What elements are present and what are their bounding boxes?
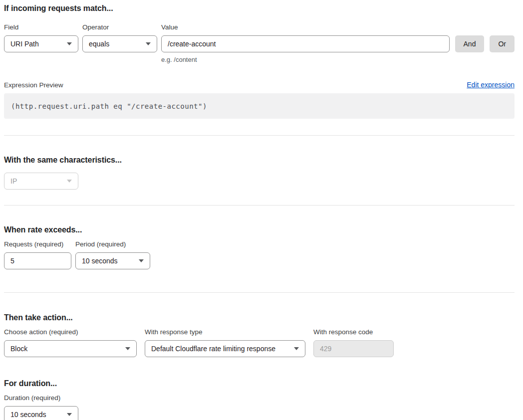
response-code-input [313,340,394,357]
value-label: Value [161,23,450,31]
field-label: Field [4,23,78,31]
chevron-down-icon [146,42,151,45]
section-divider [4,292,515,293]
section-divider [4,205,515,206]
period-dropdown[interactable]: 10 seconds [75,252,150,269]
logic-buttons: And Or [455,23,515,52]
edit-expression-link[interactable]: Edit expression [467,81,515,89]
response-type-dropdown[interactable]: Default Cloudflare rate limiting respons… [145,340,305,357]
chevron-down-icon [125,347,130,350]
chevron-down-icon [67,180,72,183]
and-button[interactable]: And [455,35,485,52]
expression-preview-code: (http.request.uri.path eq "/create-accou… [4,93,515,119]
operator-label: Operator [82,23,157,31]
duration-label: Duration (required) [4,394,78,402]
operator-dropdown[interactable]: equals [82,35,157,52]
characteristic-dropdown-value: IP [10,177,17,185]
chevron-down-icon [294,347,299,350]
chevron-down-icon [67,413,72,416]
duration-dropdown-value: 10 seconds [10,411,46,419]
characteristics-section-heading: With the same characteristics... [4,155,515,165]
expression-preview-label: Expression Preview [4,81,63,89]
value-hint: e.g. /content [161,56,450,64]
action-dropdown[interactable]: Block [4,340,137,357]
value-input[interactable] [161,35,450,52]
match-section-heading: If incoming requests match... [4,3,515,13]
field-dropdown[interactable]: URI Path [4,35,78,52]
section-divider [4,135,515,136]
action-dropdown-value: Block [10,345,27,353]
match-condition-row: Field URI Path Operator equals Value e.g… [4,23,515,64]
period-label: Period (required) [75,240,150,248]
characteristic-dropdown: IP [4,173,78,190]
duration-section-heading: For duration... [4,379,515,388]
period-dropdown-value: 10 seconds [82,257,118,265]
response-code-label: With response code [313,328,394,336]
expression-text: (http.request.uri.path eq "/create-accou… [11,102,207,110]
response-type-dropdown-value: Default Cloudflare rate limiting respons… [151,345,275,353]
requests-label: Requests (required) [4,240,71,248]
rate-limiting-rule-form: If incoming requests match... Field URI … [0,0,523,420]
rate-section-heading: When rate exceeds... [4,225,515,234]
or-button[interactable]: Or [490,35,515,52]
choose-action-label: Choose action (required) [4,328,137,336]
field-dropdown-value: URI Path [10,40,39,48]
operator-dropdown-value: equals [89,40,109,48]
response-type-label: With response type [145,328,305,336]
action-section-heading: Then take action... [4,313,515,322]
chevron-down-icon [139,259,144,262]
requests-input[interactable] [4,252,71,269]
chevron-down-icon [67,42,72,45]
duration-dropdown[interactable]: 10 seconds [4,406,78,420]
